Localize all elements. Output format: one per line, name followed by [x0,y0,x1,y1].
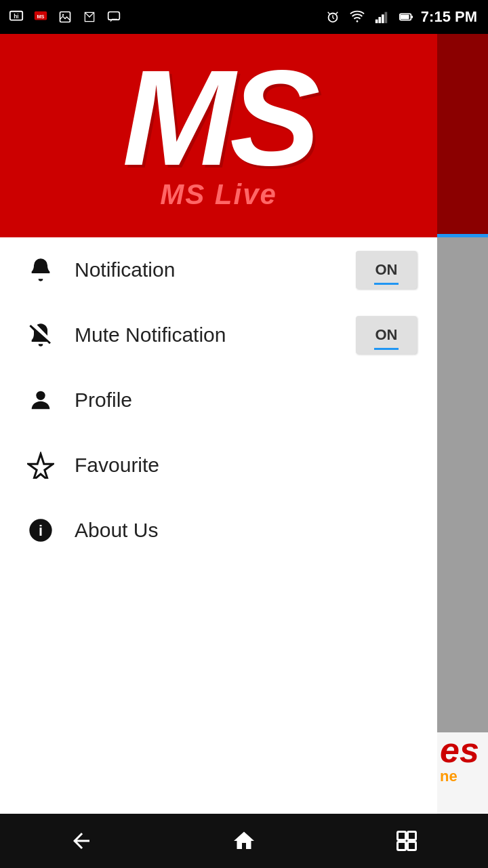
svg-point-5 [62,14,64,16]
home-button[interactable] [217,821,271,861]
wifi-icon [348,7,367,26]
svg-text:i: i [39,522,43,539]
hi-icon: hi [7,7,26,26]
favourite-label: Favourite [75,454,417,477]
star-icon [20,445,61,486]
recents-button[interactable] [380,821,434,861]
banner-ms-text: MS [123,60,315,176]
right-panel-top [437,34,488,234]
info-icon: i [20,510,61,551]
svg-rect-21 [398,842,406,850]
svg-text:hi: hi [14,14,18,20]
banner-subtitle-text: MS Live [160,178,277,211]
alarm-icon [323,7,342,26]
mute-notification-label: Mute Notification [75,323,356,347]
notification-toggle[interactable]: ON [356,251,417,289]
notification-toggle-text: ON [375,261,398,279]
toggle-underline-2 [374,348,399,350]
svg-rect-22 [408,842,416,850]
svg-rect-9 [375,20,378,23]
about-us-label: About Us [75,519,417,542]
status-bar: hi MS [0,0,488,34]
person-icon [20,380,61,420]
app-banner: MS MS Live [0,34,437,237]
signal-icon [372,7,391,26]
svg-rect-10 [378,17,381,23]
notification-label: Notification [75,258,356,281]
status-bar-left: hi MS [7,7,123,26]
drawer-panel: MS MS Live Notification ON Mute Notifica… [0,34,437,834]
profile-label: Profile [75,389,417,412]
image-icon [56,7,75,26]
menu-item-notification[interactable]: Notification ON [0,237,437,302]
menu-item-profile[interactable]: Profile [0,368,437,433]
menu-item-mute-notification[interactable]: Mute Notification ON [0,302,437,368]
svg-rect-15 [401,15,409,19]
svg-point-8 [356,20,358,22]
svg-rect-6 [108,12,120,20]
menu-item-about-us[interactable]: i About Us [0,498,437,563]
gmail-icon [80,7,99,26]
svg-text:MS: MS [37,14,45,20]
right-panel-blue-line [437,234,488,237]
nav-bar [0,814,488,868]
menu-list: Notification ON Mute Notification ON Pro… [0,237,437,563]
menu-item-favourite[interactable]: Favourite [0,433,437,498]
bell-icon [20,250,61,290]
battery-icon [396,7,415,26]
svg-rect-4 [60,12,70,22]
svg-point-16 [36,391,45,400]
svg-rect-14 [411,16,413,18]
mute-notification-toggle[interactable]: ON [356,316,417,354]
ms-icon: MS [31,7,50,26]
back-button[interactable] [54,821,108,861]
svg-rect-19 [398,832,406,840]
status-time: 7:15 PM [421,8,477,26]
bottom-peek-text1: es [437,732,488,768]
right-panel [437,34,488,834]
bottom-peek-text2: ne [437,768,488,785]
svg-rect-11 [382,14,384,23]
status-bar-right: 7:15 PM [323,7,477,26]
svg-rect-20 [408,832,416,840]
bottom-peek: es ne [437,732,488,814]
mute-notification-toggle-text: ON [375,326,398,344]
mute-bell-icon [20,315,61,355]
toggle-underline [374,283,399,285]
chat-icon [104,7,123,26]
svg-rect-12 [384,12,387,23]
